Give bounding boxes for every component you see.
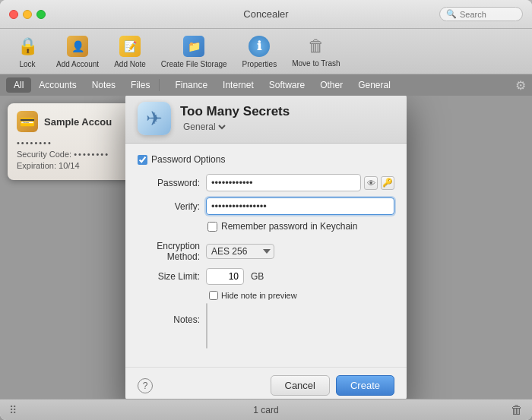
size-limit-row: Size Limit: GB	[138, 268, 394, 285]
size-limit-field: GB	[206, 268, 394, 285]
main-window: Concealer 🔍 🔒 Lock 👤 Add Account 📝 Add N…	[0, 0, 532, 420]
verify-row: Verify:	[138, 197, 394, 215]
create-button[interactable]: Create	[336, 375, 394, 396]
properties-label: Properties	[242, 60, 277, 68]
search-icon: 🔍	[446, 9, 457, 19]
tab-separator	[159, 79, 160, 91]
toolbar: 🔒 Lock 👤 Add Account 📝 Add Note 📁 Create…	[0, 29, 532, 74]
tab-notes[interactable]: Notes	[84, 77, 123, 93]
cancel-button[interactable]: Cancel	[271, 375, 330, 396]
encryption-field: AES 256 AES 128 Blowfish	[206, 244, 394, 259]
properties-icon: ℹ	[248, 35, 271, 58]
settings-icon[interactable]: ⚙	[515, 78, 526, 93]
trash-icon: 🗑	[306, 36, 327, 57]
lock-button[interactable]: 🔒 Lock	[8, 32, 47, 71]
tab-accounts[interactable]: Accounts	[31, 77, 84, 93]
status-text: 1 card	[253, 405, 278, 415]
keychain-row: Remember password in Keychain	[207, 221, 394, 232]
notes-field: Hide note in preview	[206, 291, 394, 349]
password-options-checkbox[interactable]: Password Options	[138, 154, 225, 165]
key-icon[interactable]: 🔑	[381, 176, 394, 190]
sub-tabs: Finance Internet Software Other General	[167, 77, 397, 93]
move-to-trash-button[interactable]: 🗑 Move to Trash	[286, 33, 346, 71]
tab-other[interactable]: Other	[312, 77, 350, 93]
add-note-label: Add Note	[114, 60, 146, 68]
encryption-row: Encryption Method: AES 256 AES 128 Blowf…	[138, 241, 394, 262]
password-options-row: Password Options	[138, 154, 394, 165]
maximize-button[interactable]	[36, 10, 46, 19]
verify-input[interactable]	[206, 197, 394, 215]
tab-general[interactable]: General	[350, 77, 398, 93]
notes-label: Notes:	[138, 314, 206, 325]
size-unit: GB	[251, 271, 264, 282]
traffic-lights	[9, 10, 46, 19]
dialog: ✈ Too Many Secrets General	[125, 96, 407, 399]
apps-icon: ⠿	[9, 404, 17, 416]
dialog-title: Too Many Secrets	[180, 104, 290, 119]
add-account-label: Add Account	[56, 60, 99, 68]
size-limit-label: Size Limit:	[138, 271, 206, 282]
hide-note-checkbox[interactable]: Hide note in preview	[209, 291, 297, 300]
lock-label: Lock	[19, 60, 35, 68]
tab-finance[interactable]: Finance	[167, 77, 215, 93]
dialog-app-icon: ✈	[138, 102, 171, 135]
status-bar: ⠿ 1 card 🗑	[0, 399, 532, 420]
eye-icon[interactable]: 👁	[364, 176, 378, 190]
notes-row: Notes: Hide note in preview	[138, 291, 394, 349]
add-account-icon: 👤	[66, 35, 89, 58]
titlebar: Concealer 🔍	[0, 0, 532, 29]
password-input[interactable]	[206, 174, 361, 191]
dialog-footer: ? Cancel Create	[125, 367, 407, 399]
close-button[interactable]	[9, 10, 18, 19]
keychain-checkbox[interactable]: Remember password in Keychain	[207, 221, 357, 232]
footer-buttons: Cancel Create	[271, 375, 395, 396]
tab-software[interactable]: Software	[261, 77, 312, 93]
dialog-overlay: ✈ Too Many Secrets General	[0, 96, 532, 399]
properties-button[interactable]: ℹ Properties	[236, 32, 283, 71]
trash-label: Move to Trash	[292, 59, 340, 68]
add-note-button[interactable]: 📝 Add Note	[108, 32, 152, 71]
search-box[interactable]: 🔍	[439, 7, 523, 21]
notes-area[interactable]	[206, 303, 207, 349]
dialog-title-group: Too Many Secrets General	[180, 104, 290, 133]
status-trash-icon[interactable]: 🗑	[511, 403, 523, 417]
size-limit-input[interactable]	[206, 268, 244, 285]
file-storage-label: Create File Storage	[161, 60, 227, 68]
minimize-button[interactable]	[23, 10, 32, 19]
password-label: Password:	[138, 178, 206, 188]
main-content: 💳 Sample Accou •••••••• Security Code: •…	[0, 96, 532, 399]
encryption-select[interactable]: AES 256 AES 128 Blowfish	[206, 244, 274, 259]
file-storage-icon: 📁	[182, 35, 205, 58]
dialog-header: ✈ Too Many Secrets General	[125, 96, 407, 144]
encryption-label: Encryption Method:	[138, 241, 206, 262]
tab-internet[interactable]: Internet	[215, 77, 261, 93]
password-field: 👁 🔑	[206, 174, 394, 191]
verify-label: Verify:	[138, 201, 206, 212]
add-note-icon: 📝	[119, 35, 141, 58]
window-title: Concealer	[243, 8, 288, 20]
tab-files[interactable]: Files	[123, 77, 157, 93]
lock-icon: 🔒	[16, 35, 39, 58]
add-account-button[interactable]: 👤 Add Account	[50, 32, 105, 71]
tab-all[interactable]: All	[6, 77, 31, 93]
category-select[interactable]: General	[180, 121, 228, 133]
help-button[interactable]: ?	[138, 378, 153, 393]
category-tabs: All Accounts Notes Files Finance Interne…	[0, 74, 532, 96]
dialog-subtitle: General	[180, 121, 290, 133]
password-row: Password: 👁 🔑	[138, 174, 394, 191]
dialog-body: Password Options Password: 👁 🔑	[125, 144, 407, 367]
create-file-storage-button[interactable]: 📁 Create File Storage	[155, 32, 233, 71]
search-input[interactable]	[460, 10, 513, 19]
verify-field	[206, 197, 394, 215]
